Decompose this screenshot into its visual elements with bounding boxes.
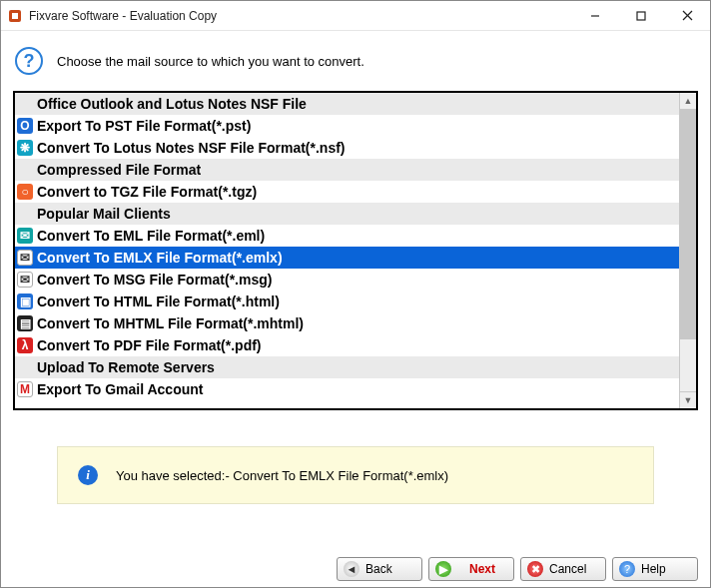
scroll-up-button[interactable]: ▲ [680,93,696,110]
list-item-label: Popular Mail Clients [37,206,171,222]
list-header: Office Outlook and Lotus Notes NSF File [15,93,679,115]
back-label: Back [365,562,415,576]
window-buttons [572,1,710,30]
svg-rect-1 [12,13,18,19]
list-header: Popular Mail Clients [15,203,679,225]
list-item-label: Export To Gmail Account [37,381,203,397]
list-item[interactable]: λConvert To PDF File Format(*.pdf) [15,334,679,356]
window-title: Fixvare Software - Evaluation Copy [29,9,572,23]
list-item-label: Convert to TGZ File Format(*.tgz) [37,184,257,200]
mhtml-icon: ▤ [17,315,33,331]
list-item-label: Convert To PDF File Format(*.pdf) [37,337,262,353]
help-label: Help [641,562,691,576]
pdf-icon: λ [17,337,33,353]
eml-icon: ✉ [17,228,33,244]
tgz-icon: ○ [17,184,33,200]
list-item-label: Convert To MHTML File Format(*.mhtml) [37,315,304,331]
status-panel: i You have selected:- Convert To EMLX Fi… [57,446,654,504]
cancel-button[interactable]: ✖ Cancel [520,557,606,581]
minimize-button[interactable] [572,1,618,30]
list-item[interactable]: ○Convert to TGZ File Format(*.tgz) [15,181,679,203]
list-item-label: Office Outlook and Lotus Notes NSF File [37,96,307,112]
status-text: You have selected:- Convert To EMLX File… [116,468,448,483]
list-header: Upload To Remote Servers [15,356,679,378]
close-button[interactable] [664,1,710,30]
format-list: Office Outlook and Lotus Notes NSF FileO… [13,91,698,410]
msg-icon: ✉ [17,272,33,288]
list-item[interactable]: MExport To Gmail Account [15,378,679,400]
next-button[interactable]: ▶ Next [428,557,514,581]
emlx-icon: ✉ [17,250,33,266]
list-item-label: Convert To HTML File Format(*.html) [37,294,280,309]
list-item[interactable]: ▤Convert To MHTML File Format(*.mhtml) [15,312,679,334]
nsf-icon: ❋ [17,140,33,156]
scroll-down-button[interactable]: ▼ [680,391,696,408]
back-icon: ◄ [344,561,359,577]
list-item-label: Upload To Remote Servers [37,359,215,375]
list-item-label: Convert To MSG File Format(*.msg) [37,272,272,288]
list-item[interactable]: OExport To PST File Format(*.pst) [15,115,679,137]
list-item-label: Convert To EMLX File Format(*.emlx) [37,250,283,266]
titlebar: Fixvare Software - Evaluation Copy [1,1,710,31]
back-button[interactable]: ◄ Back [337,557,422,581]
list-item-label: Convert To EML File Format(*.eml) [37,228,265,244]
list-item[interactable]: ✉Convert To EML File Format(*.eml) [15,225,679,247]
app-icon [7,8,23,24]
html-icon: ▣ [17,294,33,309]
list-item[interactable]: ❋Convert To Lotus Notes NSF File Format(… [15,137,679,159]
list-item[interactable]: ▣Convert To HTML File Format(*.html) [15,291,679,312]
question-icon: ? [15,47,43,75]
list-header: Compressed File Format [15,159,679,181]
gmail-icon: M [17,381,33,397]
instruction-text: Choose the mail source to which you want… [57,54,364,69]
svg-rect-3 [637,12,645,20]
list-item-label: Export To PST File Format(*.pst) [37,118,251,134]
scrollbar[interactable]: ▲ ▼ [679,93,696,408]
info-icon: i [78,465,98,485]
next-label: Next [457,562,507,576]
cancel-label: Cancel [549,562,599,576]
list-item[interactable]: ✉Convert To EMLX File Format(*.emlx) [15,247,679,269]
footer-buttons: ◄ Back ▶ Next ✖ Cancel ? Help [1,557,710,581]
instruction-row: ? Choose the mail source to which you wa… [1,31,710,91]
next-icon: ▶ [435,561,451,577]
scroll-thumb[interactable] [680,110,696,339]
cancel-icon: ✖ [527,561,543,577]
list-item-label: Compressed File Format [37,162,201,178]
format-list-body[interactable]: Office Outlook and Lotus Notes NSF FileO… [15,93,679,408]
list-item-label: Convert To Lotus Notes NSF File Format(*… [37,140,346,156]
maximize-button[interactable] [618,1,664,30]
help-button[interactable]: ? Help [612,557,698,581]
pst-icon: O [17,118,33,134]
help-icon: ? [619,561,635,577]
list-item[interactable]: ✉Convert To MSG File Format(*.msg) [15,269,679,291]
